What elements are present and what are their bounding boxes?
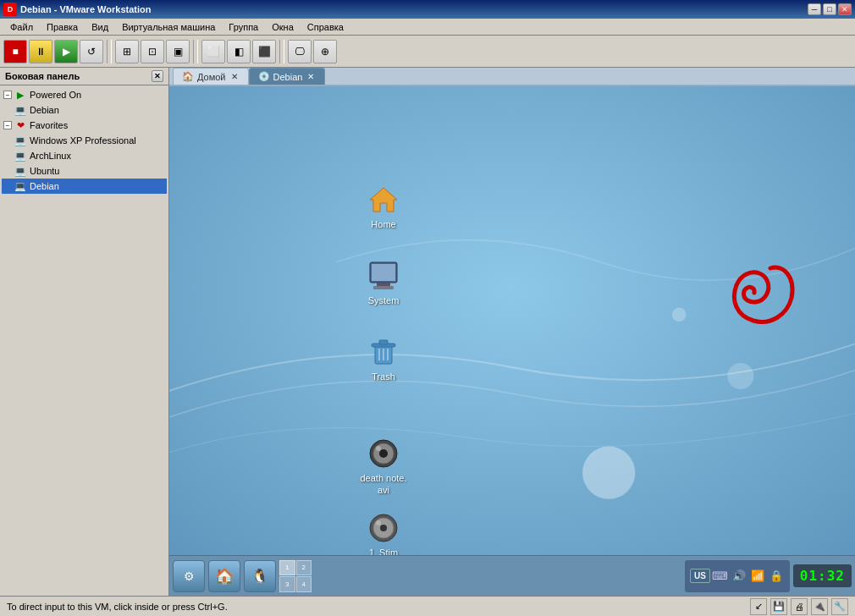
status-icon-save[interactable]: 💾 <box>770 598 787 615</box>
tab-bar: 🏠 Домой ✕ 💿 Debian ✕ <box>169 68 855 86</box>
sidebar: Боковая панель ✕ − ▶ Powered On 💻 Debian… <box>0 68 169 596</box>
menu-help[interactable]: Справка <box>301 20 350 34</box>
title-bar: D Debian - VMware Workstation ─ □ ✕ <box>0 0 855 19</box>
pager-1[interactable]: 1 <box>279 560 295 576</box>
sidebar-item-debian-running[interactable]: 💻 Debian <box>2 102 167 118</box>
status-icon-power[interactable]: 🔌 <box>811 598 828 615</box>
tray-area: US ⌨ 🔊 📶 🔒 <box>685 560 790 592</box>
menu-file[interactable]: Файл <box>3 20 40 34</box>
powered-on-icon: ▶ <box>14 88 27 102</box>
toolbar-btn-9[interactable]: ◧ <box>227 40 251 63</box>
volume-tray-icon[interactable]: 🔊 <box>731 568 747 585</box>
virtual-desktop-pager: 1 2 3 4 <box>279 560 312 592</box>
browser-button[interactable]: 🐧 <box>244 560 276 592</box>
sidebar-title: Боковая панель <box>5 71 80 81</box>
window-controls: ─ □ ✕ <box>808 3 852 15</box>
vm-icon: 💻 <box>14 164 27 178</box>
toolbar-btn-7[interactable]: ▣ <box>166 40 190 63</box>
tab-home-label: Домой <box>197 72 226 82</box>
home-taskbar-button[interactable]: 🏠 <box>208 560 240 592</box>
svg-rect-7 <box>377 283 390 286</box>
svg-point-17 <box>379 449 388 458</box>
restore-button[interactable]: □ <box>823 3 836 15</box>
menu-vm[interactable]: Виртуальная машина <box>115 20 222 34</box>
sidebar-item-archlinux[interactable]: 💻 ArchLinux <box>2 148 167 163</box>
sidebar-item-debian[interactable]: 💻 Debian <box>2 179 167 194</box>
desktop-icon-trash[interactable]: Trash <box>354 332 413 386</box>
toolbar-btn-8[interactable]: ⬜ <box>201 40 225 63</box>
expand-icon[interactable]: − <box>3 91 12 99</box>
svg-point-18 <box>376 446 381 451</box>
window-title: Debian - VMware Workstation <box>20 4 151 14</box>
vm-icon: 💻 <box>14 103 27 117</box>
svg-rect-6 <box>372 264 395 281</box>
status-icon-print[interactable]: 🖨 <box>791 598 808 615</box>
svg-rect-11 <box>379 340 388 344</box>
status-icon-1[interactable]: ↙ <box>750 598 767 615</box>
pager-4[interactable]: 4 <box>296 576 312 592</box>
trash-label: Trash <box>372 371 395 382</box>
minimize-button[interactable]: ─ <box>808 3 821 15</box>
toolbar: ■ ⏸ ▶ ↺ ⊞ ⊡ ▣ ⬜ ◧ ⬛ 🖵 ⊕ <box>0 36 855 68</box>
vm-icon: 💻 <box>14 149 27 162</box>
toolbar-separator-3 <box>279 40 284 63</box>
sidebar-header: Боковая панель ✕ <box>0 68 168 85</box>
desktop-icon-system[interactable]: System <box>354 256 413 310</box>
status-bar: To direct input to this VM, click inside… <box>0 596 855 616</box>
toolbar-btn-10[interactable]: ⬛ <box>252 40 276 63</box>
menu-edit[interactable]: Правка <box>40 20 85 34</box>
toolbar-play-button[interactable]: ▶ <box>54 40 78 63</box>
sidebar-item-ubuntu[interactable]: 💻 Ubuntu <box>2 163 167 179</box>
vm-area: 🏠 Домой ✕ 💿 Debian ✕ <box>169 68 855 596</box>
sidebar-item-powered-on-group[interactable]: − ▶ Powered On <box>2 87 167 102</box>
menu-window[interactable]: Окна <box>265 20 301 34</box>
svg-point-2 <box>727 363 753 389</box>
toolbar-btn-12[interactable]: ⊕ <box>313 40 337 63</box>
status-icons: ↙ 💾 🖨 🔌 🔧 <box>750 598 848 615</box>
kmenu-button[interactable]: ⚙ <box>173 560 205 592</box>
home-icon <box>367 183 400 217</box>
tab-debian-label: Debian <box>273 72 303 82</box>
trash-icon <box>367 335 400 369</box>
tab-debian[interactable]: 💿 Debian ✕ <box>249 68 326 85</box>
powered-on-label: Powered On <box>30 90 81 100</box>
winxp-label: Windows XP Professional <box>30 135 136 146</box>
menu-bar: Файл Правка Вид Виртуальная машина Групп… <box>0 19 855 36</box>
debian-label: Debian <box>30 181 59 191</box>
lang-indicator[interactable]: US <box>690 569 710 583</box>
expand-icon[interactable]: − <box>3 121 12 129</box>
tab-home[interactable]: 🏠 Домой ✕ <box>173 68 249 85</box>
pager-3[interactable]: 3 <box>279 576 295 592</box>
archlinux-label: ArchLinux <box>30 151 71 161</box>
debian-desktop[interactable]: Home System <box>169 86 855 596</box>
toolbar-pause-button[interactable]: ⏸ <box>29 40 52 63</box>
sidebar-item-winxp[interactable]: 💻 Windows XP Professional <box>2 133 167 148</box>
sidebar-close-button[interactable]: ✕ <box>152 70 163 82</box>
desktop-icon-deathnote[interactable]: death note.avi <box>354 433 413 500</box>
svg-point-21 <box>380 525 387 531</box>
stim-icon <box>367 511 400 545</box>
network-tray-icon[interactable]: 📶 <box>749 568 766 585</box>
tab-debian-icon: 💿 <box>258 71 270 82</box>
keyboard-tray-icon[interactable]: ⌨ <box>712 568 729 585</box>
taskbar: ⚙ 🏠 🐧 1 2 3 4 US ⌨ 🔊 📶 🔒 <box>169 555 855 596</box>
toolbar-btn-6[interactable]: ⊡ <box>141 40 164 63</box>
toolbar-btn-11[interactable]: 🖵 <box>288 40 312 63</box>
toolbar-btn-5[interactable]: ⊞ <box>115 40 139 63</box>
close-button[interactable]: ✕ <box>838 3 852 15</box>
tab-debian-close[interactable]: ✕ <box>306 72 316 82</box>
menu-group[interactable]: Группа <box>222 20 265 34</box>
toolbar-stop-button[interactable]: ■ <box>3 40 27 63</box>
favorites-icon: ❤ <box>14 118 27 132</box>
status-icon-settings[interactable]: 🔧 <box>831 598 848 615</box>
svg-rect-8 <box>373 286 394 289</box>
security-tray-icon[interactable]: 🔒 <box>768 568 785 585</box>
toolbar-reset-button[interactable]: ↺ <box>80 40 103 63</box>
sidebar-item-favorites-group[interactable]: − ❤ Favorites <box>2 118 167 133</box>
pager-2[interactable]: 2 <box>296 560 312 576</box>
status-text: To direct input to this VM, click inside… <box>7 602 228 612</box>
menu-view[interactable]: Вид <box>85 20 115 34</box>
system-tray: US ⌨ 🔊 📶 🔒 01:32 <box>685 560 852 592</box>
desktop-icon-home[interactable]: Home <box>354 179 413 234</box>
tab-home-close[interactable]: ✕ <box>229 72 240 82</box>
